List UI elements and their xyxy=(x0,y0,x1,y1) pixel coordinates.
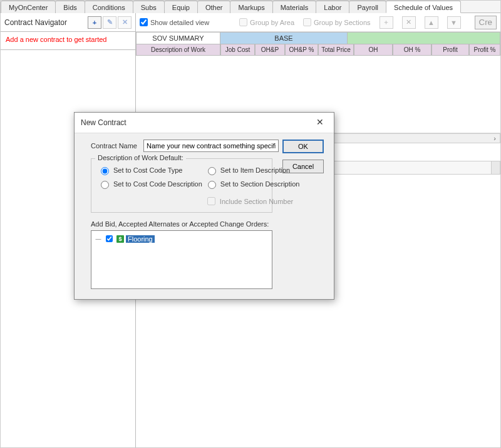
tab-subs[interactable]: Subs xyxy=(133,1,165,13)
radio-cost-code-desc-input[interactable] xyxy=(101,181,109,189)
radio-section-desc-label: Set to Section Description xyxy=(220,180,300,188)
sidebar-header: Contract Navigator + ✎ ✕ xyxy=(1,13,135,32)
group-header-base: BASE xyxy=(220,32,348,44)
col-oh[interactable]: OH xyxy=(354,44,393,56)
new-contract-dialog: New Contract ✕ OK Cancel Contract Name D… xyxy=(74,112,334,300)
radio-cost-code-type-input[interactable] xyxy=(101,167,109,175)
grid-group-header-row: SOV SUMMARY BASE xyxy=(136,32,500,44)
ok-button[interactable]: OK xyxy=(282,140,324,153)
sidebar-toolbar: + ✎ ✕ xyxy=(88,16,132,29)
radio-cost-code-type-label: Set to Cost Code Type xyxy=(113,166,182,174)
tab-other[interactable]: Other xyxy=(197,1,231,13)
tab-labor[interactable]: Labor xyxy=(316,1,349,13)
include-section-number-input xyxy=(207,197,215,205)
tree-item-label: Flooring xyxy=(126,235,155,243)
dollar-icon: $ xyxy=(116,235,124,243)
tab-bids[interactable]: Bids xyxy=(55,1,85,13)
radio-cost-code-desc-label: Set to Cost Code Description xyxy=(113,180,202,188)
include-section-number-label: Include Section Number xyxy=(220,198,293,205)
radio-item-description-input[interactable] xyxy=(208,167,216,175)
show-detailed-checkbox[interactable]: Show detailed view xyxy=(140,18,209,26)
tab-myoncenter[interactable]: MyOnCenter xyxy=(1,1,56,13)
group-by-sections-checkbox[interactable]: Group by Sections xyxy=(303,18,371,26)
group-header-rest xyxy=(348,32,500,44)
show-detailed-input[interactable] xyxy=(140,18,148,26)
tab-equip[interactable]: Equip xyxy=(164,1,198,13)
description-default-legend: Description of Work Default: xyxy=(95,154,186,161)
contract-name-input[interactable] xyxy=(143,140,279,152)
delete-row-button[interactable]: ✕ xyxy=(402,16,416,29)
col-total-price[interactable]: Total Price xyxy=(318,44,354,56)
group-by-sections-input[interactable] xyxy=(303,18,311,26)
tree-item-flooring[interactable]: — $ Flooring xyxy=(95,233,268,244)
group-header-sov: SOV SUMMARY xyxy=(136,32,220,44)
tab-strip: MyOnCenterBidsConditionsSubsEquipOtherMa… xyxy=(1,1,500,13)
group-by-area-checkbox[interactable]: Group by Area xyxy=(239,18,294,26)
add-row-button[interactable]: ＋ xyxy=(380,16,393,29)
scroll-right-arrow[interactable]: › xyxy=(490,135,500,142)
contract-name-row: Contract Name xyxy=(91,140,279,152)
radio-section-desc-input[interactable] xyxy=(208,181,216,189)
group-by-area-label: Group by Area xyxy=(250,19,294,26)
tab-conditions[interactable]: Conditions xyxy=(85,1,133,13)
dialog-title: New Contract xyxy=(81,118,312,127)
contract-name-label: Contract Name xyxy=(91,142,137,150)
radio-section-desc[interactable]: Set to Section Description xyxy=(205,179,300,189)
dialog-titlebar[interactable]: New Contract ✕ xyxy=(75,113,334,133)
col-ohp-pct[interactable]: OH&P % xyxy=(285,44,318,56)
description-default-radios: Set to Cost Code Type Set to Item Descri… xyxy=(98,165,266,207)
tree-expand-icon[interactable]: — xyxy=(95,236,101,242)
main-toolbar: Show detailed view Group by Area Group b… xyxy=(136,13,500,32)
create-button[interactable]: Cre xyxy=(475,16,497,29)
sidebar-title: Contract Navigator xyxy=(4,18,88,27)
radio-cost-code-desc[interactable]: Set to Cost Code Description xyxy=(98,179,202,189)
include-section-number: Include Section Number xyxy=(205,195,300,207)
tab-payroll[interactable]: Payroll xyxy=(349,1,386,13)
sidebar-empty-message: Add a new contract to get started xyxy=(1,32,135,47)
move-down-button[interactable]: ▼ xyxy=(447,16,461,29)
col-oh-pct[interactable]: OH % xyxy=(393,44,431,56)
col-profit-pct[interactable]: Profit % xyxy=(469,44,500,56)
add-contract-button[interactable]: + xyxy=(88,16,101,29)
lower-toolbar-end xyxy=(491,161,500,174)
show-detailed-label: Show detailed view xyxy=(150,19,209,26)
col-description[interactable]: Description of Work xyxy=(136,44,220,56)
col-ohp[interactable]: OH&P xyxy=(255,44,285,56)
grid-column-header-row: Description of Work Job Cost OH&P OH&P %… xyxy=(136,44,500,56)
delete-contract-button[interactable]: ✕ xyxy=(118,16,132,29)
close-icon[interactable]: ✕ xyxy=(312,116,328,129)
radio-item-description-label: Set to Item Description xyxy=(220,166,290,174)
tab-markups[interactable]: Markups xyxy=(230,1,272,13)
edit-contract-button[interactable]: ✎ xyxy=(103,16,116,29)
move-up-button[interactable]: ▲ xyxy=(425,16,438,29)
description-default-group: Description of Work Default: Set to Cost… xyxy=(91,158,272,213)
dialog-body: OK Cancel Contract Name Description of W… xyxy=(75,133,334,299)
col-job-cost[interactable]: Job Cost xyxy=(220,44,255,56)
radio-cost-code-type[interactable]: Set to Cost Code Type xyxy=(98,165,202,175)
tab-schedule-of-values[interactable]: Schedule of Values xyxy=(386,1,461,13)
tab-materials[interactable]: Materials xyxy=(272,1,317,13)
radio-item-description[interactable]: Set to Item Description xyxy=(205,165,300,175)
bid-tree[interactable]: — $ Flooring xyxy=(91,230,272,289)
group-by-area-input[interactable] xyxy=(239,18,247,26)
col-profit[interactable]: Profit xyxy=(431,44,469,56)
group-by-sections-label: Group by Sections xyxy=(314,19,371,26)
add-bid-label: Add Bid, Accepted Alternates or Accepted… xyxy=(91,220,323,228)
tree-item-checkbox[interactable] xyxy=(106,235,113,242)
